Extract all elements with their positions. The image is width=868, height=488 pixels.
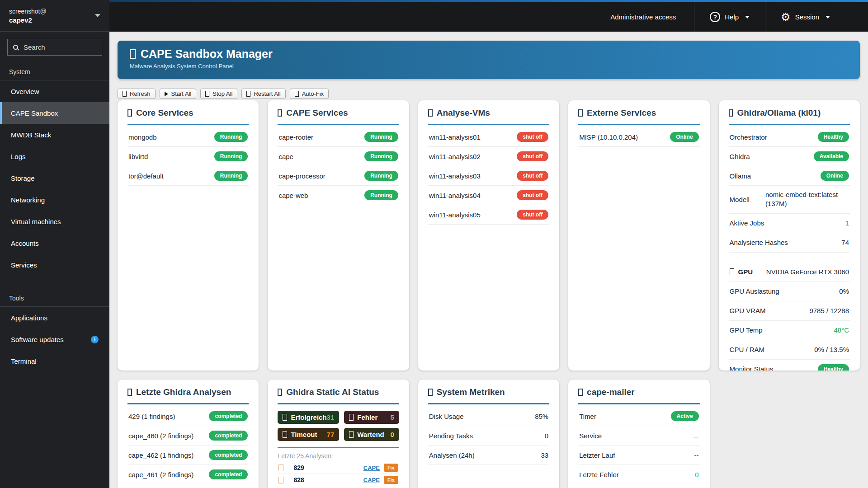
stat-value: 0 — [390, 431, 394, 438]
service-row: tor@defaultRunning — [127, 166, 249, 186]
gear-icon — [781, 12, 791, 23]
search-icon — [13, 45, 18, 50]
sidebar-search — [0, 32, 109, 61]
status-badge: Online — [821, 171, 849, 181]
metric-value: 1 — [845, 219, 849, 227]
metric-row: Letzte Fehler0 — [578, 465, 699, 484]
stop-all-button[interactable]: Stop All — [200, 89, 237, 99]
analysis-name: 429 (1 findings) — [128, 413, 175, 420]
service-name: libvirtd — [128, 153, 148, 160]
cape-link[interactable]: CAPE — [363, 465, 380, 471]
status-row: OllamaOnline — [729, 166, 850, 186]
sidebar-section-system: System — [0, 61, 109, 80]
sidebar-item-terminal[interactable]: Terminal — [0, 350, 109, 372]
service-name: MISP (10.10.0.204) — [579, 133, 638, 141]
sidebar-item-label: Accounts — [11, 239, 39, 247]
page-title: CAPE Sandbox Manager — [130, 47, 848, 61]
missing-glyph-icon — [283, 414, 287, 421]
status-badge: completed — [209, 450, 248, 460]
status-badge: completed — [209, 431, 248, 441]
service-name: mongodb — [128, 133, 157, 141]
metric-value: 0% — [839, 287, 849, 295]
analysis-list-item: 827CAPEFix — [278, 486, 399, 488]
card-title: Externe Services — [578, 108, 699, 125]
analysis-row: cape_461 (2 findings)completed — [127, 465, 249, 484]
sidebar-item-label: MWDB Stack — [11, 131, 51, 139]
card-letzte-ghidra-analysen: Letzte Ghidra Analysen 429 (1 findings)c… — [118, 380, 259, 488]
cape-link[interactable]: CAPE — [363, 477, 380, 483]
sidebar: screenshot@ capev2 System Overview CAPE … — [0, 0, 109, 488]
metric-value: ... — [693, 432, 699, 440]
missing-glyph-icon — [295, 91, 299, 97]
sidebar-item-networking[interactable]: Networking — [0, 189, 109, 211]
session-menu-button[interactable]: Session — [765, 2, 845, 32]
metric-row: CPU / RAM0% / 13.5% — [729, 340, 850, 360]
recent-analyses-label: Letzte 25 Analysen: — [278, 452, 399, 460]
restart-all-button[interactable]: Restart All — [241, 89, 285, 99]
page-subtitle: Malware Analysis System Control Panel — [130, 63, 848, 70]
status-row: GhidraAvailable — [729, 147, 850, 166]
sidebar-item-applications[interactable]: Applications — [0, 307, 109, 328]
chevron-down-icon — [826, 16, 830, 19]
chevron-down-icon — [745, 16, 750, 19]
metric-row: Analysierte Hashes74 — [729, 233, 850, 253]
missing-glyph-icon — [428, 109, 433, 117]
status-badge: shut off — [517, 190, 548, 200]
sidebar-item-label: Virtual machines — [11, 218, 61, 225]
refresh-button[interactable]: Refresh — [118, 89, 156, 99]
status-badge: Healthy — [818, 364, 849, 371]
fix-button[interactable]: Fix — [384, 464, 398, 472]
sidebar-item-cape-sandbox[interactable]: CAPE Sandbox — [0, 102, 109, 124]
vm-name: win11-analysis03 — [429, 172, 481, 180]
sidebar-item-accounts[interactable]: Accounts — [0, 232, 109, 254]
gpu-name: NVIDIA GeForce RTX 3060 — [766, 268, 849, 276]
missing-glyph-icon — [428, 389, 433, 396]
status-badge: shut off — [517, 210, 548, 220]
missing-glyph-icon — [278, 109, 282, 117]
sidebar-item-mwdb-stack[interactable]: MWDB Stack — [0, 124, 109, 145]
page-banner: CAPE Sandbox Manager Malware Analysis Sy… — [118, 41, 860, 79]
service-row: cape-webRunning — [278, 186, 399, 205]
card-cape-mailer: cape-mailer TimerActive Service... Letzt… — [568, 380, 709, 488]
status-badge: shut off — [517, 171, 548, 181]
missing-glyph-icon — [349, 431, 354, 438]
metric-value: -- — [694, 451, 699, 459]
analysis-row: cape_462 (1 findings)completed — [127, 446, 249, 465]
sidebar-item-storage[interactable]: Storage — [0, 167, 109, 189]
vm-row: win11-analysis04shut off — [428, 186, 549, 205]
help-menu-button[interactable]: Help — [694, 2, 765, 32]
host-switcher[interactable]: screenshot@ capev2 — [0, 0, 109, 32]
session-label: Session — [795, 13, 819, 21]
administrative-access-indicator[interactable]: Administrative access — [592, 2, 694, 32]
metric-row: GPU Temp48°C — [729, 321, 850, 340]
card-analyse-vms: Analyse-VMs win11-analysis01shut off win… — [418, 100, 559, 371]
sidebar-item-logs[interactable]: Logs — [0, 145, 109, 167]
sidebar-item-overview[interactable]: Overview — [0, 80, 109, 102]
auto-fix-button[interactable]: Auto-Fix — [290, 89, 329, 99]
sidebar-item-virtual-machines[interactable]: Virtual machines — [0, 211, 109, 232]
sidebar-item-label: Overview — [11, 88, 39, 95]
divider — [278, 447, 399, 448]
main-area: Administrative access Help Session CAPE … — [109, 0, 868, 488]
sidebar-item-services[interactable]: Services — [0, 254, 109, 276]
missing-glyph-icon — [278, 389, 282, 396]
status-badge: Online — [670, 132, 698, 142]
start-all-button[interactable]: Start All — [160, 89, 197, 99]
search-input[interactable] — [23, 43, 90, 52]
vm-row: win11-analysis03shut off — [428, 166, 549, 186]
metric-value: 0 — [545, 432, 548, 440]
card-title: Letzte Ghidra Analysen — [127, 387, 249, 404]
status-badge: Running — [214, 151, 248, 161]
search-box[interactable] — [7, 39, 102, 56]
service-name: cape-web — [278, 192, 308, 199]
sidebar-item-label: Terminal — [11, 357, 37, 365]
stat-timeout: Timeout77 — [278, 428, 339, 441]
app-window: screenshot@ capev2 System Overview CAPE … — [0, 0, 868, 488]
missing-glyph-icon — [127, 389, 132, 396]
status-badge: Running — [364, 190, 398, 200]
sidebar-item-software-updates[interactable]: Software updates — [0, 328, 109, 350]
help-label: Help — [725, 13, 739, 21]
fix-button[interactable]: Fix — [384, 476, 398, 484]
metric-row: Service... — [578, 426, 699, 446]
status-row: Monitor StatusHealthy — [729, 360, 850, 371]
